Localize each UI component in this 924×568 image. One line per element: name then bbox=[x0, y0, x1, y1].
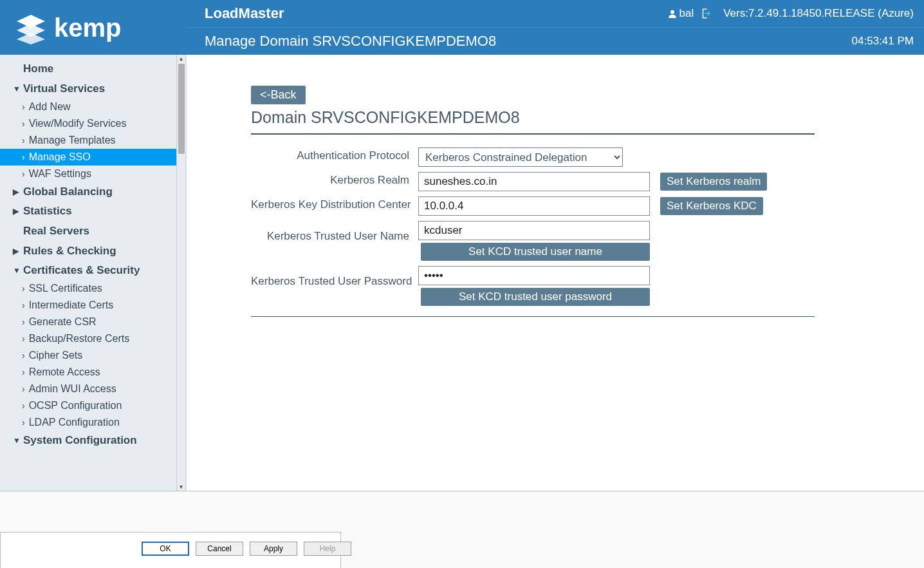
trusted-user-input[interactable] bbox=[418, 221, 650, 240]
sidebar-item-manage-sso[interactable]: Manage SSO bbox=[0, 149, 176, 166]
page-subtitle: Manage Domain SRVSCONFIGKEMPDEMO8 bbox=[205, 33, 852, 50]
domain-title: Domain SRVSCONFIGKEMPDEMO8 bbox=[251, 108, 924, 127]
apply-button[interactable]: Apply bbox=[250, 542, 297, 556]
sidebar-section-rules-checking[interactable]: ▶Rules & Checking bbox=[0, 241, 176, 261]
auth-protocol-select[interactable]: Kerberos Constrained Delegation bbox=[418, 147, 623, 167]
sidebar-item-generate-csr[interactable]: Generate CSR bbox=[0, 314, 176, 330]
label-kdc: Kerberos Key Distribution Center bbox=[251, 196, 418, 211]
sidebar-section-certificates[interactable]: ▼Certificates & Security bbox=[0, 261, 176, 280]
kdc-input[interactable] bbox=[418, 196, 650, 216]
sidebar-item-waf-settings[interactable]: WAF Settings bbox=[0, 166, 176, 182]
clock: 04:53:41 PM bbox=[852, 35, 914, 48]
scrollbar-thumb[interactable] bbox=[178, 64, 185, 154]
cancel-button[interactable]: Cancel bbox=[196, 542, 243, 556]
svg-point-4 bbox=[670, 10, 674, 14]
sidebar-section-statistics[interactable]: ▶Statistics bbox=[0, 202, 176, 221]
sidebar-item-admin-wui[interactable]: Admin WUI Access bbox=[0, 381, 176, 397]
divider bbox=[251, 133, 815, 135]
sidebar-item-intermediate-certs[interactable]: Intermediate Certs bbox=[0, 297, 176, 314]
sidebar-item-manage-templates[interactable]: Manage Templates bbox=[0, 132, 176, 149]
divider-bottom bbox=[251, 316, 815, 317]
sidebar-item-cipher-sets[interactable]: Cipher Sets bbox=[0, 347, 176, 364]
sidebar-scrollbar[interactable]: ▴ ▾ bbox=[176, 55, 185, 491]
svg-marker-2 bbox=[17, 33, 45, 44]
sidebar-item-real-servers[interactable]: Real Servers bbox=[0, 221, 176, 241]
username: bal bbox=[679, 7, 694, 20]
label-realm: Kerberos Realm bbox=[251, 172, 418, 187]
sidebar-item-add-new[interactable]: Add New bbox=[0, 99, 176, 115]
content: <-Back Domain SRVSCONFIGKEMPDEMO8 Authen… bbox=[187, 55, 924, 491]
label-auth-protocol: Authentication Protocol bbox=[251, 147, 418, 162]
trusted-pwd-input[interactable] bbox=[418, 266, 650, 285]
main: Home ▼Virtual Services Add New View/Modi… bbox=[0, 55, 924, 491]
logout-icon[interactable] bbox=[700, 8, 712, 19]
back-button[interactable]: <-Back bbox=[251, 86, 306, 104]
header: kemp LoadMaster bal Vers:7.2.49.1.18450.… bbox=[0, 0, 924, 55]
user-badge[interactable]: bal bbox=[668, 7, 712, 20]
sidebar-section-system-config[interactable]: ▼System Configuration bbox=[0, 431, 176, 450]
product-title: LoadMaster bbox=[205, 5, 668, 22]
sidebar-home[interactable]: Home bbox=[0, 59, 176, 79]
sidebar-item-ocsp[interactable]: OCSP Configuration bbox=[0, 397, 176, 414]
sidebar-item-view-modify[interactable]: View/Modify Services bbox=[0, 115, 176, 132]
sidebar: Home ▼Virtual Services Add New View/Modi… bbox=[0, 55, 187, 491]
user-icon bbox=[668, 9, 677, 18]
realm-input[interactable] bbox=[418, 172, 650, 191]
sidebar-section-global-balancing[interactable]: ▶Global Balancing bbox=[0, 182, 176, 202]
label-trusted-user: Kerberos Trusted User Name bbox=[251, 221, 418, 243]
set-kdc-button[interactable]: Set Kerberos KDC bbox=[660, 197, 763, 215]
label-trusted-pwd: Kerberos Trusted User Password bbox=[251, 266, 418, 288]
sidebar-item-backup-restore[interactable]: Backup/Restore Certs bbox=[0, 330, 176, 347]
sidebar-item-remote-access[interactable]: Remote Access bbox=[0, 364, 176, 381]
dialog-buttons: OK Cancel Apply Help bbox=[142, 540, 351, 558]
sidebar-item-ldap[interactable]: LDAP Configuration bbox=[0, 414, 176, 431]
version-label: Vers:7.2.49.1.18450.RELEASE (Azure) bbox=[723, 7, 914, 20]
logo: kemp bbox=[0, 0, 187, 55]
set-trusted-user-button[interactable]: Set KCD trusted user name bbox=[421, 243, 650, 261]
svg-text:kemp: kemp bbox=[54, 14, 122, 42]
bottom-bar: OK Cancel Apply Help bbox=[0, 491, 924, 568]
set-trusted-pwd-button[interactable]: Set KCD trusted user password bbox=[421, 288, 650, 306]
set-realm-button[interactable]: Set Kerberos realm bbox=[660, 173, 767, 191]
help-button[interactable]: Help bbox=[304, 542, 351, 556]
sidebar-item-ssl-certs[interactable]: SSL Certificates bbox=[0, 280, 176, 297]
kemp-logo-icon: kemp bbox=[12, 7, 166, 48]
sidebar-section-virtual-services[interactable]: ▼Virtual Services bbox=[0, 79, 176, 99]
ok-button[interactable]: OK bbox=[142, 542, 189, 556]
